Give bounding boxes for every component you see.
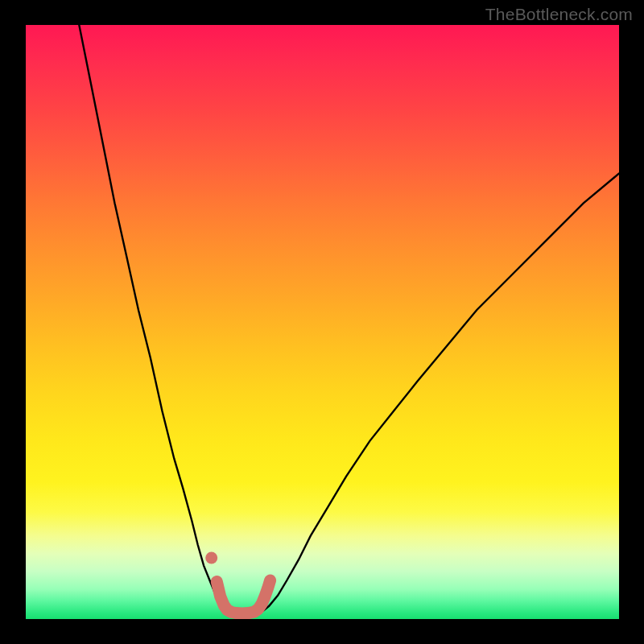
curve-layer [26, 25, 619, 619]
plot-area [26, 25, 619, 619]
chart-frame: TheBottleneck.com [0, 0, 644, 644]
right-curve [263, 174, 619, 611]
left-marker-dot [205, 552, 217, 564]
watermark-text: TheBottleneck.com [485, 5, 633, 24]
left-curve [79, 25, 227, 611]
valley-marker-band [217, 580, 270, 613]
